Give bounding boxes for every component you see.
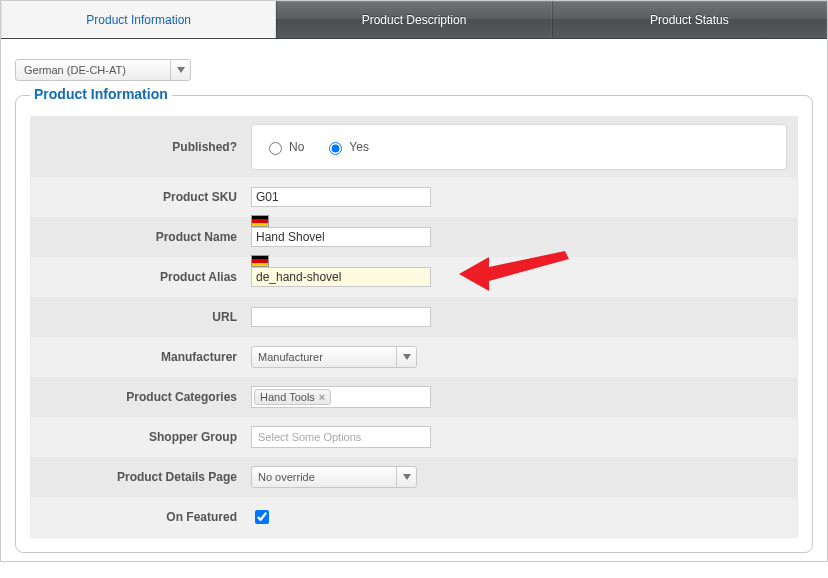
row-alias: Product Alias xyxy=(31,257,797,297)
manufacturer-select-value: Manufacturer xyxy=(252,351,329,363)
chevron-down-icon xyxy=(396,347,416,367)
label-categories: Product Categories xyxy=(41,390,251,404)
radio-yes[interactable] xyxy=(329,142,342,155)
label-published: Published? xyxy=(41,140,251,154)
language-select-value: German (DE-CH-AT) xyxy=(16,64,134,76)
row-name: Product Name xyxy=(31,217,797,257)
tab-label: Product Description xyxy=(362,13,467,27)
label-url: URL xyxy=(41,310,251,324)
category-token[interactable]: Hand Tools × xyxy=(254,389,331,405)
row-on-featured: On Featured xyxy=(31,497,797,537)
label-alias: Product Alias xyxy=(41,270,251,284)
chevron-down-icon xyxy=(396,467,416,487)
row-details-page: Product Details Page No override xyxy=(31,457,797,497)
published-yes-option[interactable]: Yes xyxy=(324,139,369,155)
categories-field[interactable]: Hand Tools × xyxy=(251,386,431,408)
row-shopper-group: Shopper Group Select Some Options xyxy=(31,417,797,457)
row-categories: Product Categories Hand Tools × xyxy=(31,377,797,417)
tab-product-information[interactable]: Product Information xyxy=(1,1,276,38)
label-shopper-group: Shopper Group xyxy=(41,430,251,444)
name-input[interactable] xyxy=(251,227,431,247)
german-flag-icon xyxy=(251,215,269,227)
label-manufacturer: Manufacturer xyxy=(41,350,251,364)
product-information-fieldset: Product Information Published? No xyxy=(15,95,813,553)
label-details-page: Product Details Page xyxy=(41,470,251,484)
manufacturer-select[interactable]: Manufacturer xyxy=(251,346,417,368)
radio-no[interactable] xyxy=(269,142,282,155)
remove-token-icon[interactable]: × xyxy=(319,391,325,403)
alias-input[interactable] xyxy=(251,267,431,287)
radio-no-label: No xyxy=(289,140,304,154)
published-no-option[interactable]: No xyxy=(264,139,304,155)
sku-input[interactable] xyxy=(251,187,431,207)
category-token-label: Hand Tools xyxy=(260,391,315,403)
row-published: Published? No Yes xyxy=(31,117,797,177)
language-select[interactable]: German (DE-CH-AT) xyxy=(15,59,191,81)
tab-product-description[interactable]: Product Description xyxy=(276,1,551,38)
row-sku: Product SKU xyxy=(31,177,797,217)
details-page-select-value: No override xyxy=(252,471,321,483)
chevron-down-icon xyxy=(170,60,190,80)
german-flag-icon xyxy=(251,255,269,267)
tab-label: Product Information xyxy=(86,13,191,27)
url-input[interactable] xyxy=(251,307,431,327)
details-page-select[interactable]: No override xyxy=(251,466,417,488)
label-sku: Product SKU xyxy=(41,190,251,204)
shopper-group-field[interactable]: Select Some Options xyxy=(251,426,431,448)
tab-product-status[interactable]: Product Status xyxy=(552,1,827,38)
shopper-group-placeholder: Select Some Options xyxy=(258,431,361,443)
label-name: Product Name xyxy=(41,230,251,244)
fieldset-legend: Product Information xyxy=(30,86,172,102)
published-radiogroup: No Yes xyxy=(251,124,787,170)
row-manufacturer: Manufacturer Manufacturer xyxy=(31,337,797,377)
row-url: URL xyxy=(31,297,797,337)
tab-label: Product Status xyxy=(650,13,729,27)
label-on-featured: On Featured xyxy=(41,510,251,524)
radio-yes-label: Yes xyxy=(349,140,369,154)
main-tabs: Product Information Product Description … xyxy=(1,1,827,39)
on-featured-checkbox[interactable] xyxy=(255,510,269,524)
